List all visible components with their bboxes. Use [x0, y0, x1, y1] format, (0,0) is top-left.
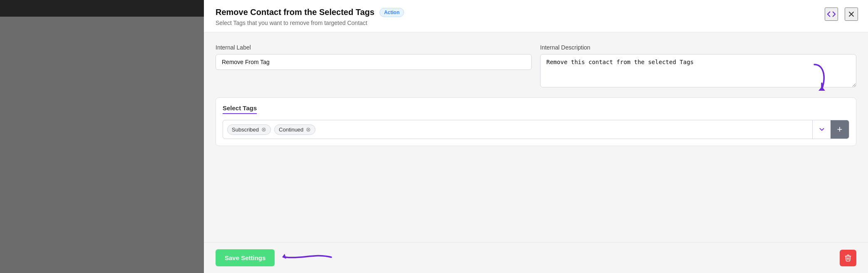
internal-description-label: Internal Description	[540, 44, 856, 51]
internal-label-input[interactable]	[216, 54, 532, 70]
left-panel	[0, 0, 204, 273]
tag-remove-subscribed[interactable]: ⊗	[261, 127, 266, 132]
tag-pill-continued: Continued ⊗	[274, 124, 315, 135]
internal-description-textarea[interactable]: Remove this contact from the selected Ta…	[540, 54, 856, 87]
tag-pill-label: Subscribed	[232, 127, 259, 133]
modal-footer: Save Settings	[204, 242, 868, 273]
tag-pill-subscribed: Subscribed ⊗	[227, 124, 271, 135]
action-badge: Action	[379, 8, 404, 17]
modal-header: Remove Contact from the Selected Tags Ac…	[204, 0, 868, 32]
internal-label-group: Internal Label	[216, 44, 532, 87]
tag-remove-continued[interactable]: ⊗	[306, 127, 311, 132]
select-tags-section: Select Tags Subscribed ⊗ Continued	[216, 97, 856, 146]
modal-subtitle: Select Tags that you want to remove from…	[216, 20, 856, 26]
select-tags-label: Select Tags	[223, 104, 257, 114]
top-bar	[0, 0, 204, 17]
modal-panel: Remove Contact from the Selected Tags Ac…	[204, 0, 868, 273]
delete-button[interactable]	[840, 250, 856, 266]
modal-body: Internal Label Internal Description Remo…	[204, 32, 868, 242]
modal-title: Remove Contact from the Selected Tags	[216, 7, 374, 17]
modal-title-row: Remove Contact from the Selected Tags Ac…	[216, 7, 856, 17]
left-content	[0, 17, 204, 273]
internal-label-label: Internal Label	[216, 44, 532, 51]
tags-pills-area: Subscribed ⊗ Continued ⊗	[223, 120, 812, 139]
tags-input-row: Subscribed ⊗ Continued ⊗ +	[223, 120, 849, 139]
tags-add-button[interactable]: +	[831, 120, 849, 139]
arrow-annotation-save	[281, 245, 335, 271]
fields-row: Internal Label Internal Description Remo…	[216, 44, 856, 87]
save-settings-button[interactable]: Save Settings	[216, 249, 275, 266]
footer-left: Save Settings	[216, 249, 275, 266]
svg-marker-3	[282, 254, 286, 259]
close-button[interactable]	[845, 7, 858, 21]
tag-pill-label: Continued	[279, 127, 303, 133]
header-icons	[825, 7, 858, 21]
tags-dropdown-button[interactable]	[812, 120, 831, 139]
internal-description-group: Internal Description Remove this contact…	[540, 44, 856, 87]
code-icon-button[interactable]	[825, 7, 838, 21]
